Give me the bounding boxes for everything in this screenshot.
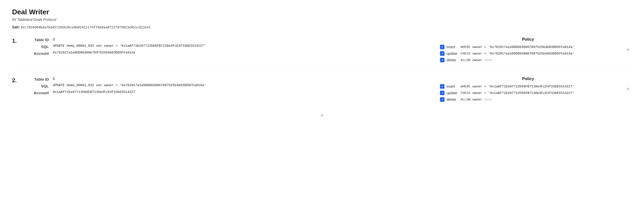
policy-item-2-3: deleteALLOW owner none	[440, 97, 616, 102]
entry-fields-1: Table ID0SQLUPDATE demo_80001_625 set ow…	[26, 37, 217, 56]
sql-value-1: UPDATE demo_80001_625 set owner = '0x1aA…	[53, 44, 217, 49]
account-value-1: 0x762917a1e8DD0030067897525b4b83DD5FFa91…	[53, 51, 217, 56]
salt-label: Salt:	[12, 25, 20, 29]
policy-item-1-3: deleteALLOW owner none	[440, 58, 616, 62]
checkbox-icon-2-3[interactable]	[440, 97, 445, 102]
policy-rows-2: insertWHERE owner = '0x1aAf71Ee97713566F…	[440, 84, 616, 102]
add-button-row: +	[12, 110, 632, 121]
entries-container: 1.Table ID0SQLUPDATE demo_80001_625 set …	[12, 37, 632, 102]
page-title: Deal Writer	[12, 8, 632, 16]
policy-text-1-1: WHERE owner = '0x762917a1e8DD00300678975…	[461, 45, 574, 49]
policy-text-2-3: ALLOW owner none	[461, 98, 492, 101]
policy-item-2-1: insertWHERE owner = '0x1aAf71Ee97713566F…	[440, 84, 616, 89]
policy-item-1-1: insertWHERE owner = '0x762917a1e8DD00300…	[440, 45, 616, 49]
salt-value: 0xc7939d04bda7bd457265b28ce9b02411174f79…	[21, 25, 151, 29]
entry-divider	[12, 69, 632, 70]
checkbox-icon-1-1[interactable]	[440, 45, 445, 49]
sql-value-2: UPDATE demo_80001_625 set owner = '0x762…	[53, 83, 217, 88]
account-label-1: Account	[26, 51, 49, 56]
entry-fields-2: Table ID0SQLUPDATE demo_80001_625 set ow…	[26, 77, 217, 95]
policy-text-1-2: CHECK owner = '0x762917a1e8DD00300678975…	[461, 52, 574, 56]
entry-row-1: 1.Table ID0SQLUPDATE demo_80001_625 set …	[12, 37, 632, 62]
checkbox-icon-2-2[interactable]	[440, 91, 445, 95]
account-label-2: Account	[26, 90, 49, 95]
checkbox-icon-1-2[interactable]	[440, 51, 445, 56]
table-id-label-2: Table ID	[26, 77, 49, 81]
checkbox-icon-1-3[interactable]	[440, 58, 445, 62]
policy-text-1-3: ALLOW owner none	[461, 58, 492, 62]
close-entry-button-2[interactable]: ✕	[624, 86, 632, 92]
add-entry-button[interactable]: +	[314, 110, 330, 121]
policy-item-2-2: updateCHECK owner = '0x1aAf71Ee97713566F…	[440, 91, 616, 95]
policy-rows-1: insertWHERE owner = '0x762917a1e8DD00300…	[440, 45, 616, 62]
policy-header-1: Policy	[440, 37, 616, 42]
entry-row-2: 2.Table ID0SQLUPDATE demo_80001_625 set …	[12, 77, 632, 102]
policy-section-1: PolicyinsertWHERE owner = '0x762917a1e8D…	[440, 37, 616, 62]
close-entry-button-1[interactable]: ✕	[624, 47, 632, 52]
account-value-2: 0x1aAf71Ee97713566FB7138e4FcE4f33bE55142…	[53, 90, 217, 95]
policy-type-2-2: update	[447, 91, 459, 95]
policy-section-2: PolicyinsertWHERE owner = '0x1aAf71Ee977…	[440, 77, 616, 102]
policy-type-2-3: delete	[447, 97, 459, 101]
entry-number-1: 1.	[12, 37, 22, 44]
sql-label-1: SQL	[26, 44, 49, 49]
policy-type-1-2: update	[447, 51, 459, 56]
table-id-value-2: 0	[53, 77, 217, 81]
checkbox-icon-2-1[interactable]	[440, 84, 445, 89]
policy-text-2-1: WHERE owner = '0x1aAf71Ee97713566FB7138e…	[461, 85, 574, 88]
entry-number-2: 2.	[12, 77, 22, 84]
policy-item-1-2: updateCHECK owner = '0x762917a1e8DD00300…	[440, 51, 616, 56]
policy-text-2-2: CHECK owner = '0x1aAf71Ee97713566FB7138e…	[461, 91, 574, 95]
sql-label-2: SQL	[26, 83, 49, 88]
table-id-value-1: 0	[53, 37, 217, 42]
page-subtitle: for Tableland Deals Protocol	[12, 18, 632, 22]
policy-type-1-3: delete	[447, 58, 459, 62]
table-id-label-1: Table ID	[26, 37, 49, 42]
policy-type-1-1: insert	[447, 45, 459, 49]
policy-type-2-1: insert	[447, 84, 459, 88]
salt-row: Salt: 0xc7939d04bda7bd457265b28ce9b02411…	[12, 25, 632, 29]
policy-header-2: Policy	[440, 77, 616, 81]
